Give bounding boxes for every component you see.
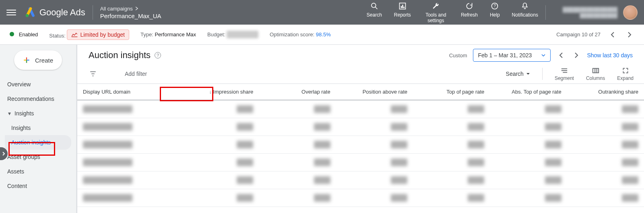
header-search-button[interactable]: Search <box>367 2 382 18</box>
cell-redacted: xx <box>468 159 484 166</box>
avatar[interactable] <box>623 5 638 20</box>
svg-rect-17 <box>592 69 598 73</box>
table-row[interactable]: domainxxxxxxxxxxxx <box>77 136 644 154</box>
sidebar-item-recommendations[interactable]: Recommendations <box>5 92 71 106</box>
cell-redacted: xx <box>545 159 561 166</box>
col-top-of-page-rate[interactable]: Top of page rate <box>413 84 490 100</box>
cell-redacted: xx <box>622 141 638 148</box>
table-row[interactable]: domainxxxxxxxxxxxx <box>77 189 644 207</box>
page-title: Auction insights ? <box>89 50 161 61</box>
breadcrumb[interactable]: All campaigns Performance_Max_UA <box>100 6 161 19</box>
table-search-button[interactable]: Search <box>506 71 530 77</box>
account-text: ████████████████ ███████████ <box>563 7 617 18</box>
nav-menu-button[interactable] <box>6 8 16 17</box>
col-overlap-rate[interactable]: Overlap rate <box>259 84 336 100</box>
header-tools-button[interactable]: Tools and settings <box>423 2 449 23</box>
filter-icon[interactable] <box>89 70 97 77</box>
enabled-label: Enabled <box>19 31 38 38</box>
svg-text:?: ? <box>493 4 496 8</box>
cell-redacted: xx <box>468 141 484 148</box>
cell-redacted: xx <box>237 194 253 202</box>
cell-redacted: xx <box>237 159 253 166</box>
cell-redacted: xx <box>622 176 638 184</box>
svg-line-2 <box>375 7 377 9</box>
sidebar-item-insights[interactable]: Insights <box>5 121 71 135</box>
cell-redacted: xx <box>237 176 253 184</box>
table-row[interactable]: domainxxxxxxxxxxxx <box>77 100 644 118</box>
date-prev-button[interactable] <box>556 50 566 60</box>
col-display-url-domain[interactable]: Display URL domain <box>77 84 182 100</box>
sidebar: Create Overview Recommendations ▾ Insigh… <box>0 45 76 213</box>
prev-campaign-button[interactable] <box>608 30 617 40</box>
date-range-value: Feb 1 – Mar 31, 2023 <box>478 52 532 58</box>
sidebar-item-asset-groups[interactable]: Asset groups <box>5 150 71 164</box>
header-refresh-label: Refresh <box>461 12 478 18</box>
sidebar-item-content[interactable]: Content <box>5 179 71 193</box>
date-next-button[interactable] <box>572 50 581 60</box>
status-chip[interactable]: Limited by budget <box>67 29 129 40</box>
next-campaign-button[interactable] <box>625 30 634 40</box>
cell-redacted: xx <box>622 159 638 166</box>
date-range-picker[interactable]: Feb 1 – Mar 31, 2023 <box>473 49 551 62</box>
ads-logo-icon <box>25 7 35 18</box>
header-reports-button[interactable]: Reports <box>394 2 411 18</box>
opt-score-link[interactable]: 98.5% <box>316 31 331 38</box>
col-abs-top-of-page-rate[interactable]: Abs. Top of page rate <box>490 84 567 100</box>
auction-insights-table: Display URL domain ↓Impression share Ove… <box>77 84 644 207</box>
segment-icon <box>561 67 568 74</box>
expand-button[interactable]: Expand <box>617 67 634 81</box>
cell-redacted: xx <box>391 141 407 148</box>
cell-redacted: xx <box>314 159 330 166</box>
header-notifications-button[interactable]: Notifications <box>512 2 538 18</box>
sidebar-item-overview[interactable]: Overview <box>5 77 71 92</box>
caret-down-icon <box>541 54 545 56</box>
cell-redacted: xx <box>391 194 407 202</box>
cell-redacted: xx <box>468 176 484 184</box>
refresh-icon <box>465 2 473 10</box>
table-row[interactable]: domainxxxxxxxxxxxx <box>77 171 644 189</box>
date-range-custom-label: Custom <box>449 52 467 58</box>
cell-redacted: domain <box>83 141 132 148</box>
columns-button[interactable]: Columns <box>586 67 605 81</box>
status-dot-icon <box>10 32 14 36</box>
bell-icon <box>521 2 529 10</box>
table-row[interactable]: domainxxxxxxxxxxxx <box>77 154 644 171</box>
segment-button[interactable]: Segment <box>555 67 574 81</box>
cell-redacted: xx <box>622 194 638 202</box>
breadcrumb-level-2: Performance_Max_UA <box>100 13 161 19</box>
chevron-right-icon <box>627 31 632 38</box>
caret-down-icon: ▾ <box>7 110 11 117</box>
help-icon[interactable]: ? <box>155 52 161 58</box>
account-area[interactable]: ████████████████ ███████████ <box>563 5 638 20</box>
header-reports-label: Reports <box>394 12 411 18</box>
campaign-status: Status: Limited by budget <box>49 29 129 40</box>
header-help-button[interactable]: ? Help <box>490 2 500 18</box>
cell-redacted: xx <box>622 123 638 131</box>
header-tools-label: Tools and settings <box>423 12 449 23</box>
campaign-pager-label: Campaign 10 of 27 <box>556 31 601 38</box>
optimization-score: Optimization score: 98.5% <box>270 31 331 38</box>
header-refresh-button[interactable]: Refresh <box>461 2 478 18</box>
cell-redacted: xx <box>468 105 484 113</box>
cell-redacted: domain <box>83 159 132 166</box>
create-button[interactable]: Create <box>14 50 62 70</box>
sidebar-item-assets[interactable]: Assets <box>5 164 71 179</box>
sort-desc-icon: ↓ <box>209 89 212 95</box>
add-filter-button[interactable]: Add filter <box>125 71 147 77</box>
budget-value-redacted: $XXXX/day <box>227 31 258 38</box>
show-last-30-link[interactable]: Show last 30 days <box>587 52 633 58</box>
sidebar-item-auction-insights[interactable]: Auction insights <box>5 135 71 150</box>
col-outranking-share[interactable]: Outranking share <box>567 84 644 100</box>
svg-rect-6 <box>403 6 405 8</box>
top-header: Google Ads All campaigns Performance_Max… <box>0 0 644 25</box>
sidebar-item-insights-group[interactable]: ▾ Insights <box>5 106 71 121</box>
cell-redacted: xx <box>391 159 407 166</box>
chevron-left-icon <box>610 31 615 38</box>
col-impression-share[interactable]: ↓Impression share <box>182 84 259 100</box>
cell-redacted: xx <box>314 105 330 113</box>
svg-rect-9 <box>72 36 78 37</box>
table-row[interactable]: domainxxxxxxxxxxxx <box>77 118 644 136</box>
google-ads-logo[interactable]: Google Ads <box>25 7 85 18</box>
col-position-above-rate[interactable]: Position above rate <box>336 84 413 100</box>
svg-rect-5 <box>402 4 403 8</box>
